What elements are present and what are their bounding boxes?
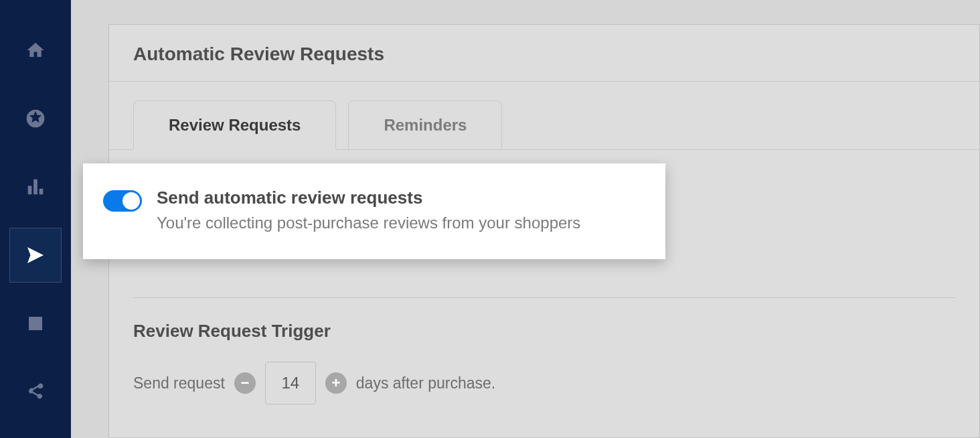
toggle-text: Send automatic review requests You're co… — [157, 188, 580, 232]
trigger-section-title: Review Request Trigger — [133, 321, 955, 342]
sidebar — [0, 0, 71, 438]
plus-icon: + — [331, 376, 340, 390]
decrement-button[interactable]: − — [234, 372, 256, 394]
sidebar-item-home[interactable] — [9, 23, 62, 78]
bar-chart-icon — [24, 175, 47, 198]
trigger-row: Send request − + days after purchase. — [133, 362, 955, 405]
tabs: Review Requests Reminders — [109, 82, 979, 150]
send-icon — [23, 243, 48, 267]
toggle-title: Send automatic review requests — [157, 188, 580, 208]
minus-icon: − — [240, 376, 249, 390]
trigger-prefix-label: Send request — [133, 374, 225, 392]
tab-reminders[interactable]: Reminders — [348, 100, 502, 150]
trigger-suffix-label: days after purchase. — [356, 374, 495, 392]
toggle-description: You're collecting post-purchase reviews … — [157, 214, 580, 232]
sidebar-item-send[interactable] — [9, 228, 62, 283]
panel-header: Automatic Review Requests — [109, 25, 979, 82]
home-icon — [24, 40, 47, 60]
sidebar-item-notes[interactable] — [9, 296, 62, 351]
auto-request-toggle-card: Send automatic review requests You're co… — [83, 163, 665, 259]
panel-title: Automatic Review Requests — [133, 44, 955, 65]
trigger-section: Review Request Trigger Send request − + … — [109, 298, 979, 405]
sidebar-item-share[interactable] — [9, 364, 62, 419]
sidebar-item-star[interactable] — [9, 91, 62, 146]
share-icon — [25, 382, 46, 402]
notes-icon — [25, 313, 46, 334]
tab-review-requests[interactable]: Review Requests — [133, 100, 336, 150]
main-content: Automatic Review Requests Review Request… — [71, 0, 980, 438]
star-circle-icon — [25, 108, 46, 129]
auto-request-toggle[interactable] — [103, 190, 142, 212]
days-input[interactable] — [265, 362, 316, 405]
increment-button[interactable]: + — [325, 372, 347, 394]
sidebar-item-analytics[interactable] — [9, 159, 62, 214]
